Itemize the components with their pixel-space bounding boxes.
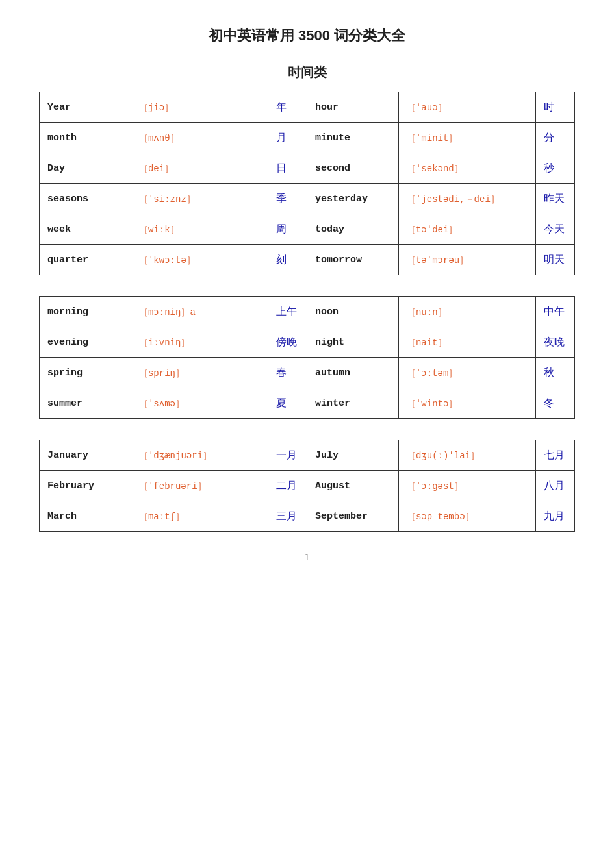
phonetic-2: ［təˈdei］ [398, 214, 535, 245]
table-row: quarter［ˈkwɔːtə］刻tomorrow［təˈmɔrəu］明天 [40, 245, 575, 275]
word-english: Day [40, 153, 131, 184]
chinese-meaning: 三月 [268, 501, 307, 532]
table-1: Year［jiə］年hour［ˈauə］时month［mʌnθ］月minute［… [39, 92, 575, 275]
chinese-meaning-2: 昨天 [536, 184, 575, 214]
chinese-meaning-2: 秋 [536, 358, 575, 388]
table-row: seasons［ˈsiːznz］季yesterday［ˈjestədi,－dei… [40, 184, 575, 214]
chinese-meaning-2: 中午 [536, 297, 575, 327]
chinese-meaning-2: 八月 [536, 471, 575, 501]
phonetic: ［ˈkwɔːtə］ [131, 245, 268, 275]
phonetic: ［mɔːniŋ］a [131, 297, 268, 327]
table-row: week［wiːk］周today［təˈdei］今天 [40, 214, 575, 245]
chinese-meaning-2: 今天 [536, 214, 575, 245]
phonetic: ［mʌnθ］ [131, 123, 268, 153]
chinese-meaning: 傍晚 [268, 327, 307, 358]
phonetic: ［ˈsiːznz］ [131, 184, 268, 214]
phonetic: ［jiə］ [131, 92, 268, 123]
phonetic-2: ［ˈsekənd］ [398, 153, 535, 184]
chinese-meaning: 刻 [268, 245, 307, 275]
word-english-2: second [307, 153, 398, 184]
word-english-2: autumn [307, 358, 398, 388]
word-english-2: night [307, 327, 398, 358]
word-english: month [40, 123, 131, 153]
table-3: January［ˈdʒænjuəri］一月July［dʒu(ː)ˈlai］七月F… [39, 440, 575, 532]
word-english: February [40, 471, 131, 501]
phonetic-2: ［ˈwintə］ [398, 388, 535, 419]
phonetic: ［dei］ [131, 153, 268, 184]
word-english: quarter [40, 245, 131, 275]
chinese-meaning: 上午 [268, 297, 307, 327]
phonetic-2: ［nuːn］ [398, 297, 535, 327]
table-row: summer［ˈsʌmə］夏winter［ˈwintə］冬 [40, 388, 575, 419]
word-english: March [40, 501, 131, 532]
word-english: summer [40, 388, 131, 419]
word-english: seasons [40, 184, 131, 214]
chinese-meaning: 月 [268, 123, 307, 153]
phonetic-2: ［ˈɔːgəst］ [398, 471, 535, 501]
chinese-meaning-2: 明天 [536, 245, 575, 275]
table-row: month［mʌnθ］月minute［ˈminit］分 [40, 123, 575, 153]
table-2: morning［mɔːniŋ］a上午noon［nuːn］中午evening［iː… [39, 296, 575, 419]
chinese-meaning: 季 [268, 184, 307, 214]
phonetic-2: ［dʒu(ː)ˈlai］ [398, 440, 535, 471]
word-english: morning [40, 297, 131, 327]
word-english-2: minute [307, 123, 398, 153]
chinese-meaning: 春 [268, 358, 307, 388]
chinese-meaning: 二月 [268, 471, 307, 501]
phonetic: ［ˈsʌmə］ [131, 388, 268, 419]
section-title: 时间类 [39, 64, 575, 81]
chinese-meaning: 日 [268, 153, 307, 184]
word-english-2: hour [307, 92, 398, 123]
word-english: week [40, 214, 131, 245]
phonetic-2: ［ˈauə］ [398, 92, 535, 123]
page-title: 初中英语常用 3500 词分类大全 [39, 26, 575, 45]
table-row: spring［spriŋ］春autumn［ˈɔːtəm］秋 [40, 358, 575, 388]
word-english-2: July [307, 440, 398, 471]
chinese-meaning: 夏 [268, 388, 307, 419]
chinese-meaning-2: 秒 [536, 153, 575, 184]
table-row: March［maːtʃ］三月September［səpˈtembə］九月 [40, 501, 575, 532]
word-english: evening [40, 327, 131, 358]
phonetic: ［wiːk］ [131, 214, 268, 245]
chinese-meaning: 周 [268, 214, 307, 245]
chinese-meaning: 一月 [268, 440, 307, 471]
phonetic-2: ［səpˈtembə］ [398, 501, 535, 532]
table-row: February［ˈfebruəri］二月August［ˈɔːgəst］八月 [40, 471, 575, 501]
word-english-2: noon [307, 297, 398, 327]
phonetic: ［iːvniŋ］ [131, 327, 268, 358]
chinese-meaning-2: 九月 [536, 501, 575, 532]
table-row: Day［dei］日second［ˈsekənd］秒 [40, 153, 575, 184]
table-row: Year［jiə］年hour［ˈauə］时 [40, 92, 575, 123]
phonetic-2: ［ˈjestədi,－dei］ [398, 184, 535, 214]
phonetic: ［maːtʃ］ [131, 501, 268, 532]
word-english-2: September [307, 501, 398, 532]
word-english: spring [40, 358, 131, 388]
chinese-meaning-2: 夜晚 [536, 327, 575, 358]
phonetic: ［ˈdʒænjuəri］ [131, 440, 268, 471]
chinese-meaning-2: 冬 [536, 388, 575, 419]
word-english: January [40, 440, 131, 471]
word-english-2: August [307, 471, 398, 501]
chinese-meaning-2: 时 [536, 92, 575, 123]
phonetic-2: ［ˈɔːtəm］ [398, 358, 535, 388]
page-number: 1 [39, 552, 575, 563]
phonetic: ［spriŋ］ [131, 358, 268, 388]
phonetic-2: ［nait］ [398, 327, 535, 358]
word-english: Year [40, 92, 131, 123]
table-row: morning［mɔːniŋ］a上午noon［nuːn］中午 [40, 297, 575, 327]
phonetic: ［ˈfebruəri］ [131, 471, 268, 501]
chinese-meaning-2: 七月 [536, 440, 575, 471]
table-row: January［ˈdʒænjuəri］一月July［dʒu(ː)ˈlai］七月 [40, 440, 575, 471]
word-english-2: today [307, 214, 398, 245]
phonetic-2: ［ˈminit］ [398, 123, 535, 153]
phonetic-2: ［təˈmɔrəu］ [398, 245, 535, 275]
word-english-2: winter [307, 388, 398, 419]
chinese-meaning-2: 分 [536, 123, 575, 153]
chinese-meaning: 年 [268, 92, 307, 123]
word-english-2: yesterday [307, 184, 398, 214]
table-row: evening［iːvniŋ］傍晚night［nait］夜晚 [40, 327, 575, 358]
word-english-2: tomorrow [307, 245, 398, 275]
